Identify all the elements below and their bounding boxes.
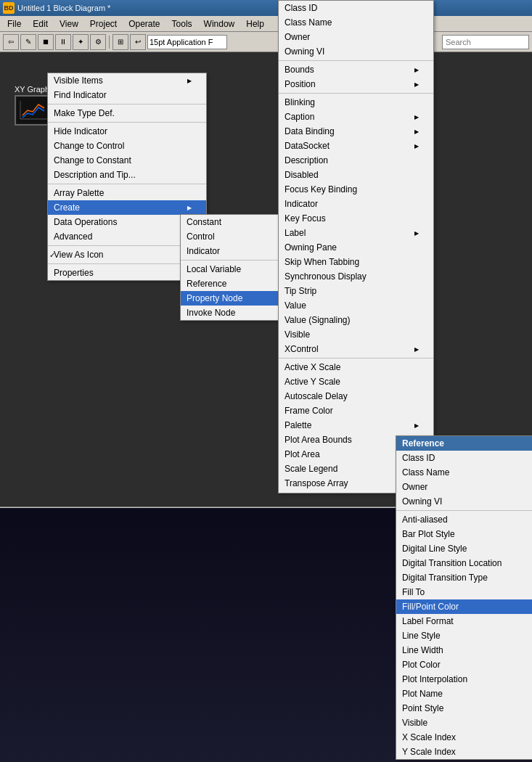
menu-item-find-indicator[interactable]: Find Indicator	[48, 88, 206, 102]
window-title: Untitled 1 Block Diagram *	[17, 4, 110, 12]
toolbar-btn-5[interactable]: ✦	[73, 34, 89, 50]
prop-item-class-name[interactable]: Class Name	[279, 15, 433, 30]
menu-item-make-type-def[interactable]: Make Type Def.	[48, 106, 206, 120]
prop-item-focus-key-binding[interactable]: Focus Key Binding	[279, 182, 433, 197]
menu-separator	[279, 60, 433, 61]
submenu-arrow-icon: ▶	[414, 346, 419, 353]
ref-item-anti-aliased[interactable]: Anti-aliased	[396, 512, 532, 527]
context-menu-reference: ReferenceClass IDClass NameOwnerOwning V…	[396, 435, 532, 760]
prop-item-owning-vi[interactable]: Owning VI	[279, 44, 433, 59]
prop-item-position[interactable]: Position▶	[279, 77, 433, 91]
prop-item-datasocket[interactable]: DataSocket▶	[279, 139, 433, 153]
ref-item-point-style[interactable]: Point Style	[396, 701, 532, 716]
menu-bar: FileEditViewProjectOperateToolsWindowHel…	[0, 16, 532, 32]
reference-menu-title: Reference	[396, 436, 532, 451]
menu-item-view[interactable]: View	[54, 17, 84, 30]
menu-item-change-to-constant[interactable]: Change to Constant	[48, 153, 206, 168]
prop-item-bounds[interactable]: Bounds▶	[279, 62, 433, 77]
menu-item-description-and-tip[interactable]: Description and Tip...	[48, 168, 206, 182]
prop-item-data-binding[interactable]: Data Binding▶	[279, 124, 433, 139]
font-combo[interactable]	[147, 35, 227, 49]
submenu-arrow-icon: ▶	[414, 422, 419, 429]
prop-item-blinking[interactable]: Blinking	[279, 95, 433, 110]
toolbar-btn-pause[interactable]: ⏸	[55, 34, 71, 50]
prop-item-label[interactable]: Label▶	[279, 226, 433, 240]
submenu-arrow-icon: ▶	[414, 143, 419, 149]
menu-item-edit[interactable]: Edit	[27, 17, 54, 30]
submenu-arrow-icon: ▶	[414, 81, 419, 88]
ref-item-label-format[interactable]: Label Format	[396, 614, 532, 628]
prop-item-description[interactable]: Description	[279, 153, 433, 168]
toolbar-btn-1[interactable]: ⇦	[3, 34, 19, 50]
prop-item-indicator[interactable]: Indicator	[279, 197, 433, 211]
context-menu-propnode: Class IDClass NameOwnerOwning VIBounds▶P…	[278, 0, 434, 493]
toolbar: ⇦ ✎ ⏹ ⏸ ✦ ⚙ ⊞ ↩	[0, 32, 532, 52]
menu-item-tools[interactable]: Tools	[166, 17, 198, 30]
ref-item-bar-plot-style[interactable]: Bar Plot Style	[396, 527, 532, 541]
menu-item-window[interactable]: Window	[198, 17, 241, 30]
prop-item-owning-pane[interactable]: Owning Pane	[279, 240, 433, 255]
prop-item-disabled[interactable]: Disabled	[279, 168, 433, 182]
menu-item-change-to-control[interactable]: Change to Control	[48, 139, 206, 153]
toolbar-btn-stop[interactable]: ⏹	[38, 34, 54, 50]
menu-item-create[interactable]: Create▶	[48, 200, 206, 215]
app-icon: BD	[3, 2, 15, 14]
menu-item-help[interactable]: Help	[240, 17, 270, 30]
ref-item-class-name[interactable]: Class Name	[396, 465, 532, 480]
ref-item-visible[interactable]: Visible	[396, 716, 532, 730]
prop-item-value[interactable]: Value	[279, 298, 433, 313]
menu-item-file[interactable]: File	[1, 17, 27, 30]
toolbar-btn-8[interactable]: ↩	[130, 34, 146, 50]
ref-item-line-style[interactable]: Line Style	[396, 628, 532, 643]
ref-item-owner[interactable]: Owner	[396, 480, 532, 494]
ref-item-digital-transition-type[interactable]: Digital Transition Type	[396, 570, 532, 585]
ref-item-x-scale-index[interactable]: X Scale Index	[396, 730, 532, 745]
ref-item-digital-line-style[interactable]: Digital Line Style	[396, 541, 532, 556]
prop-item-visible[interactable]: Visible	[279, 327, 433, 342]
menu-item-visible-items[interactable]: Visible Items▶	[48, 73, 206, 88]
menu-item-operate[interactable]: Operate	[123, 17, 165, 30]
menu-item-hide-indicator[interactable]: Hide Indicator	[48, 124, 206, 139]
prop-item-active-x-scale[interactable]: Active X Scale	[279, 360, 433, 374]
title-bar: BD Untitled 1 Block Diagram *	[0, 0, 532, 16]
ref-item-class-id[interactable]: Class ID	[396, 451, 532, 465]
ref-item-plot-interpolation[interactable]: Plot Interpolation	[396, 672, 532, 687]
ref-item-line-width[interactable]: Line Width	[396, 643, 532, 657]
menu-separator	[48, 184, 206, 184]
prop-item-class-id[interactable]: Class ID	[279, 1, 433, 15]
ref-item-fill-point-color[interactable]: Fill/Point Color	[396, 599, 532, 614]
prop-item-key-focus[interactable]: Key Focus	[279, 211, 433, 226]
prop-item-tip-strip[interactable]: Tip Strip	[279, 284, 433, 298]
toolbar-btn-6[interactable]: ⚙	[90, 34, 106, 50]
prop-item-autoscale-delay[interactable]: Autoscale Delay	[279, 389, 433, 403]
submenu-arrow-icon: ▶	[187, 78, 192, 84]
prop-item-synchronous-display[interactable]: Synchronous Display	[279, 269, 433, 284]
menu-item-project[interactable]: Project	[84, 17, 123, 30]
toolbar-btn-7[interactable]: ⊞	[112, 34, 128, 50]
prop-item-caption[interactable]: Caption▶	[279, 110, 433, 124]
submenu-arrow-icon: ▶	[414, 128, 419, 135]
submenu-arrow-icon: ▶	[414, 230, 419, 237]
prop-item-skip-when-tabbing[interactable]: Skip When Tabbing	[279, 255, 433, 269]
search-input[interactable]	[442, 35, 529, 49]
toolbar-btn-2[interactable]: ✎	[20, 34, 36, 50]
prop-item-owner[interactable]: Owner	[279, 30, 433, 44]
menu-separator	[279, 358, 433, 359]
ref-item-plot-color[interactable]: Plot Color	[396, 657, 532, 672]
menu-separator	[48, 104, 206, 105]
prop-item-palette[interactable]: Palette▶	[279, 418, 433, 433]
submenu-arrow-icon: ▶	[187, 205, 192, 211]
ref-item-digital-transition-location[interactable]: Digital Transition Location	[396, 556, 532, 570]
ref-item-plot-name[interactable]: Plot Name	[396, 687, 532, 701]
ref-item-y-scale-index[interactable]: Y Scale Index	[396, 745, 532, 759]
menu-item-array-palette[interactable]: Array Palette	[48, 186, 206, 200]
menu-separator	[279, 93, 433, 94]
menu-separator	[48, 122, 206, 123]
prop-item-active-y-scale[interactable]: Active Y Scale	[279, 374, 433, 389]
ref-item-owning-vi[interactable]: Owning VI	[396, 494, 532, 509]
prop-item-value-signaling-[interactable]: Value (Signaling)	[279, 313, 433, 327]
ref-item-fill-to[interactable]: Fill To	[396, 585, 532, 599]
prop-item-frame-color[interactable]: Frame Color	[279, 403, 433, 418]
submenu-arrow-icon: ▶	[414, 67, 419, 73]
prop-item-xcontrol[interactable]: XControl▶	[279, 342, 433, 356]
